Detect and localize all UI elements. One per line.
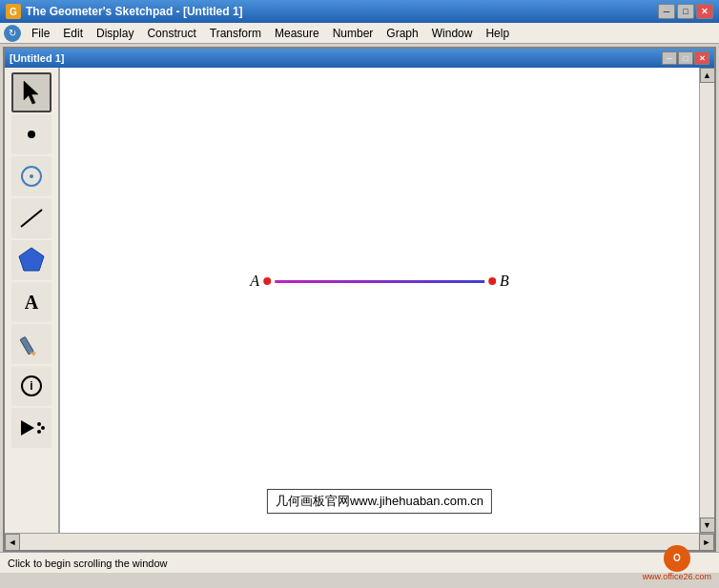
maximize-button[interactable]: □ bbox=[677, 4, 694, 19]
app-title: The Geometer's Sketchpad - [Untitled 1] bbox=[26, 5, 658, 18]
tool-segment[interactable] bbox=[11, 198, 51, 238]
menu-number[interactable]: Number bbox=[326, 25, 380, 42]
compass-center-icon bbox=[30, 174, 33, 178]
menu-display[interactable]: Display bbox=[90, 25, 140, 42]
segment-line bbox=[275, 280, 484, 283]
scrollbar-vertical: ▲ ▼ bbox=[699, 68, 714, 533]
menu-construct[interactable]: Construct bbox=[140, 25, 202, 42]
menu-edit[interactable]: Edit bbox=[56, 25, 90, 42]
canvas-area[interactable]: A B 几何画板官网www.jihehuaban.com.cn bbox=[60, 68, 699, 533]
watermark: 几何画板官网www.jihehuaban.com.cn bbox=[267, 489, 492, 514]
svg-rect-4 bbox=[20, 336, 33, 355]
inner-window: [Untitled 1] ─ □ ✕ bbox=[3, 47, 716, 552]
scrollbar-horizontal: ◄ ► bbox=[5, 533, 714, 550]
menu-window[interactable]: Window bbox=[425, 25, 480, 42]
svg-point-8 bbox=[37, 430, 41, 434]
tool-compass[interactable] bbox=[11, 156, 51, 196]
inner-window-title: [Untitled 1] bbox=[10, 52, 662, 64]
svg-marker-6 bbox=[21, 420, 34, 436]
minimize-button[interactable]: ─ bbox=[658, 4, 675, 19]
inner-minimize-button[interactable]: ─ bbox=[662, 51, 677, 65]
scroll-down-button[interactable]: ▼ bbox=[700, 517, 715, 533]
inner-restore-button[interactable]: □ bbox=[678, 51, 693, 65]
menu-help[interactable]: Help bbox=[479, 25, 516, 42]
tool-info[interactable]: i bbox=[11, 366, 51, 406]
point-icon bbox=[28, 131, 35, 138]
svg-line-2 bbox=[21, 210, 42, 227]
scroll-vertical-track[interactable] bbox=[700, 83, 714, 517]
svg-point-9 bbox=[41, 426, 45, 430]
menu-transform[interactable]: Transform bbox=[203, 25, 268, 42]
compass-icon bbox=[21, 166, 42, 187]
tool-polygon[interactable] bbox=[11, 240, 51, 280]
scroll-up-button[interactable]: ▲ bbox=[700, 68, 715, 83]
menu-measure[interactable]: Measure bbox=[268, 25, 326, 42]
office-badge: O www.office26.com bbox=[643, 545, 711, 581]
office-icon: O bbox=[664, 545, 690, 572]
scroll-horizontal-track[interactable] bbox=[20, 534, 699, 550]
segment-icon bbox=[17, 204, 46, 233]
arrow-icon bbox=[20, 79, 43, 106]
status-bar: Click to begin scrolling the window O ww… bbox=[0, 552, 719, 573]
svg-marker-3 bbox=[19, 248, 44, 271]
title-controls: ─ □ ✕ bbox=[658, 4, 713, 19]
tool-animate[interactable] bbox=[11, 408, 51, 448]
inner-close-button[interactable]: ✕ bbox=[694, 51, 709, 65]
segment-ab: A B bbox=[250, 273, 509, 290]
status-bar-right: O www.office26.com bbox=[633, 545, 711, 581]
point-b-dot bbox=[488, 277, 496, 285]
title-bar: G The Geometer's Sketchpad - [Untitled 1… bbox=[0, 0, 719, 23]
text-icon: A bbox=[25, 292, 38, 314]
office-url: www.office26.com bbox=[643, 572, 711, 581]
animate-icon bbox=[17, 416, 46, 439]
tool-point[interactable] bbox=[11, 114, 51, 154]
svg-point-7 bbox=[37, 422, 41, 426]
tool-select[interactable] bbox=[11, 72, 51, 112]
pencil-icon bbox=[18, 331, 45, 357]
menu-file[interactable]: File bbox=[25, 25, 56, 42]
menu-refresh-icon[interactable]: ↻ bbox=[4, 25, 21, 42]
polygon-icon bbox=[17, 246, 46, 274]
point-b-label: B bbox=[500, 273, 509, 290]
menu-bar: ↻ File Edit Display Construct Transform … bbox=[0, 23, 719, 44]
tool-text[interactable]: A bbox=[11, 282, 51, 322]
close-button[interactable]: ✕ bbox=[696, 4, 713, 19]
status-message: Click to begin scrolling the window bbox=[8, 558, 168, 569]
toolbar: A i bbox=[5, 68, 60, 533]
tool-pencil[interactable] bbox=[11, 324, 51, 364]
content-area: A i bbox=[5, 68, 714, 533]
menu-graph[interactable]: Graph bbox=[380, 25, 424, 42]
inner-title-controls: ─ □ ✕ bbox=[662, 51, 709, 65]
info-icon: i bbox=[21, 375, 42, 396]
point-a-dot bbox=[263, 277, 271, 285]
point-a-label: A bbox=[250, 273, 259, 290]
app-icon: G bbox=[6, 4, 21, 19]
scroll-left-button[interactable]: ◄ bbox=[5, 534, 20, 551]
inner-title-bar: [Untitled 1] ─ □ ✕ bbox=[5, 49, 714, 68]
